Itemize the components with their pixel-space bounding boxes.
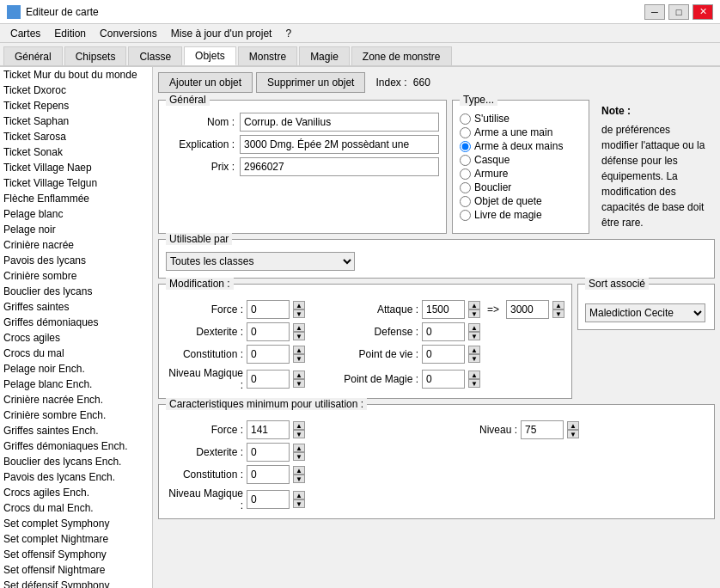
list-item[interactable]: Griffes démoniaques xyxy=(0,315,152,330)
force-input[interactable] xyxy=(247,300,290,319)
list-item[interactable]: Pavois des lycans Ench. xyxy=(0,469,152,485)
point-magie-up-btn[interactable]: ▲ xyxy=(468,371,480,379)
nom-input[interactable] xyxy=(240,113,439,132)
tab-magie[interactable]: Magie xyxy=(299,46,350,65)
type-sutilise-radio[interactable] xyxy=(460,113,471,125)
list-item[interactable]: Griffes saintes Ench. xyxy=(0,423,152,438)
maximize-button[interactable]: □ xyxy=(668,4,689,20)
caract-niveau-input[interactable] xyxy=(521,420,564,439)
point-vie-down-btn[interactable]: ▼ xyxy=(468,354,480,363)
caract-niveau-up-btn[interactable]: ▲ xyxy=(567,421,579,430)
constitution-spinner[interactable]: ▲ ▼ xyxy=(293,346,305,363)
defense-down-btn[interactable]: ▼ xyxy=(468,332,480,340)
list-item[interactable]: Griffes saintes xyxy=(0,299,152,315)
caract-dexterite-spinner[interactable]: ▲ ▼ xyxy=(293,444,305,461)
constitution-input[interactable] xyxy=(247,345,290,364)
caract-constitution-spinner[interactable]: ▲ ▼ xyxy=(293,466,305,483)
type-livre-magie-radio[interactable] xyxy=(460,210,471,221)
attaque-max-spinner[interactable]: ▲ ▼ xyxy=(552,301,564,318)
attaque-spinner[interactable]: ▲ ▼ xyxy=(468,301,480,318)
attaque-input[interactable] xyxy=(422,300,465,319)
list-item[interactable]: Ticket Mur du bout du monde xyxy=(0,67,152,83)
list-item[interactable]: Set complet Symphony xyxy=(0,516,152,531)
attaque-up-btn[interactable]: ▲ xyxy=(468,301,480,309)
list-item[interactable]: Bouclier des lycans xyxy=(0,284,152,299)
caract-niveau-magique-down-btn[interactable]: ▼ xyxy=(293,499,305,508)
attaque-max-up-btn[interactable]: ▲ xyxy=(552,301,564,309)
remove-object-button[interactable]: Supprimer un objet xyxy=(256,72,365,93)
tab-zone-monstre[interactable]: Zone de monstre xyxy=(351,46,452,65)
list-item[interactable]: Ticket Dxoroc xyxy=(0,83,152,98)
caract-niveau-down-btn[interactable]: ▼ xyxy=(567,430,579,438)
tab-chipsets[interactable]: Chipsets xyxy=(64,46,127,65)
dexterite-down-btn[interactable]: ▼ xyxy=(293,332,305,340)
dexterite-spinner[interactable]: ▲ ▼ xyxy=(293,323,305,340)
type-casque-radio[interactable] xyxy=(460,155,471,166)
defense-up-btn[interactable]: ▲ xyxy=(468,323,480,332)
caract-niveau-magique-spinner[interactable]: ▲ ▼ xyxy=(293,491,305,508)
constitution-down-btn[interactable]: ▼ xyxy=(293,354,305,363)
caract-force-spinner[interactable]: ▲ ▼ xyxy=(293,421,305,438)
point-vie-spinner[interactable]: ▲ ▼ xyxy=(468,346,480,363)
caract-constitution-down-btn[interactable]: ▼ xyxy=(293,475,305,483)
dexterite-input[interactable] xyxy=(247,322,290,341)
tab-classe[interactable]: Classe xyxy=(128,46,182,65)
menu-cartes[interactable]: Cartes xyxy=(3,26,47,41)
list-item[interactable]: Ticket Repens xyxy=(0,98,152,113)
close-button[interactable]: ✕ xyxy=(693,4,713,20)
point-vie-up-btn[interactable]: ▲ xyxy=(468,346,480,354)
explication-input[interactable] xyxy=(240,135,439,154)
add-object-button[interactable]: Ajouter un objet xyxy=(158,72,253,93)
attaque-max-down-btn[interactable]: ▼ xyxy=(552,309,564,318)
tab-objets[interactable]: Objets xyxy=(184,46,236,65)
caract-constitution-input[interactable] xyxy=(247,465,290,484)
caract-force-up-btn[interactable]: ▲ xyxy=(293,421,305,430)
point-magie-input[interactable] xyxy=(422,370,465,389)
niveau-magique-up-btn[interactable]: ▲ xyxy=(293,371,305,379)
prix-input[interactable] xyxy=(240,157,439,176)
list-item[interactable]: Pelage noir Ench. xyxy=(0,361,152,377)
caract-niveau-spinner[interactable]: ▲ ▼ xyxy=(567,421,579,438)
sort-select[interactable]: Malediction Cecite Aucun xyxy=(585,303,705,322)
list-item[interactable]: Crocs du mal xyxy=(0,346,152,361)
defense-input[interactable] xyxy=(422,322,465,341)
list-item[interactable]: Pelage blanc xyxy=(0,206,152,222)
constitution-up-btn[interactable]: ▲ xyxy=(293,346,305,354)
type-arme-deux-mains-radio[interactable] xyxy=(460,141,471,152)
tab-monstre[interactable]: Monstre xyxy=(238,46,297,65)
list-item[interactable]: Set offensif Symphony xyxy=(0,547,152,562)
menu-help[interactable]: ? xyxy=(278,26,298,41)
point-magie-spinner[interactable]: ▲ ▼ xyxy=(468,371,480,388)
caract-dexterite-up-btn[interactable]: ▲ xyxy=(293,444,305,452)
list-item[interactable]: Pelage blanc Ench. xyxy=(0,377,152,392)
type-objet-quete-radio[interactable] xyxy=(460,196,471,207)
list-item[interactable]: Griffes démoniaques Ench. xyxy=(0,438,152,454)
menu-conversions[interactable]: Conversions xyxy=(93,26,164,41)
menu-miseajour[interactable]: Mise à jour d'un projet xyxy=(164,26,279,41)
list-item[interactable]: Set complet Nightmare xyxy=(0,531,152,547)
type-arme-une-main-radio[interactable] xyxy=(460,127,471,138)
point-vie-input[interactable] xyxy=(422,345,465,364)
caract-force-input[interactable] xyxy=(247,420,290,439)
utilisable-select[interactable]: Toutes les classes Guerrier Mage Prêtre xyxy=(166,252,355,271)
caract-niveau-magique-up-btn[interactable]: ▲ xyxy=(293,491,305,499)
list-item[interactable]: Pelage noir xyxy=(0,222,152,237)
sidebar-list[interactable]: Ticket Mur du bout du monde Ticket Dxoro… xyxy=(0,67,153,588)
list-item[interactable]: Flèche Enflammée xyxy=(0,191,152,206)
caract-dexterite-input[interactable] xyxy=(247,443,290,462)
menu-edition[interactable]: Edition xyxy=(47,26,93,41)
list-item[interactable]: Set offensif Nightmare xyxy=(0,562,152,578)
list-item[interactable]: Crinière sombre xyxy=(0,268,152,284)
niveau-magique-spinner[interactable]: ▲ ▼ xyxy=(293,371,305,388)
force-down-btn[interactable]: ▼ xyxy=(293,309,305,318)
list-item[interactable]: Ticket Village Naep xyxy=(0,160,152,175)
force-spinner[interactable]: ▲ ▼ xyxy=(293,301,305,318)
attaque-max-input[interactable] xyxy=(506,300,549,319)
force-up-btn[interactable]: ▲ xyxy=(293,301,305,309)
list-item[interactable]: Set défensif Symphony xyxy=(0,578,152,588)
defense-spinner[interactable]: ▲ ▼ xyxy=(468,323,480,340)
caract-constitution-up-btn[interactable]: ▲ xyxy=(293,466,305,475)
point-magie-down-btn[interactable]: ▼ xyxy=(468,379,480,388)
list-item[interactable]: Ticket Village Telgun xyxy=(0,175,152,191)
dexterite-up-btn[interactable]: ▲ xyxy=(293,323,305,332)
